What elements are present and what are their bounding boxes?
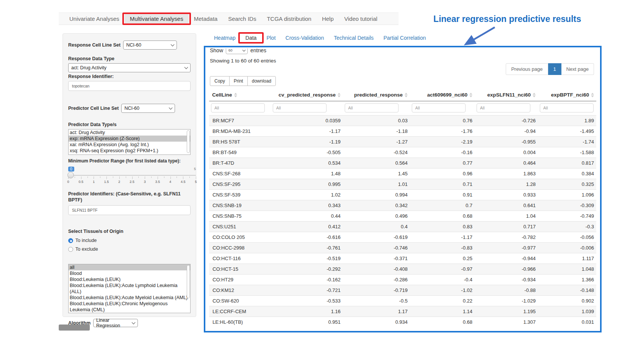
table-body: BR:MCF70.03590.030.76-0.7261.89BR:MDA-MB… [209, 115, 596, 328]
tissue-exclude-radio[interactable]: To exclude [68, 245, 191, 253]
sort-icon[interactable] [234, 93, 237, 97]
page-1-button[interactable]: 1 [548, 63, 561, 75]
cell-line-name: BR:T-47D [209, 158, 271, 169]
sort-icon[interactable] [405, 93, 408, 97]
cell-value: 0.934 [343, 317, 410, 328]
column-header-cv-predicted-response[interactable]: cv_predicted_response [271, 89, 343, 101]
filter-act609699-nci60[interactable] [412, 103, 466, 112]
column-header-cellline[interactable]: CellLine [209, 89, 271, 101]
cell-line-name: CO:COLO 205 [209, 232, 271, 243]
tissue-include-radio[interactable]: To include [68, 237, 191, 244]
cropped-ui-element [59, 325, 90, 331]
cell-value: -0.88 [475, 285, 538, 296]
cell-value: 0.44 [271, 211, 343, 222]
predictor-identifiers-input[interactable] [68, 205, 191, 215]
column-header-expslfn11-nci60[interactable]: expSLFN11_nci60 [475, 89, 538, 101]
data-type-option-act-drug-activity[interactable]: act: Drug Activity [69, 130, 190, 136]
sort-icon[interactable] [338, 93, 341, 97]
nav-item-univariate-analyses[interactable]: Univariate Analyses [64, 13, 125, 25]
cell-value: -1.029 [475, 296, 538, 306]
annotation-arrow-icon [461, 25, 499, 47]
chevron-down-icon [242, 48, 245, 51]
tissue-option-blood-leukemia-leuk-acute-lymphoid-leukemia-all[interactable]: Blood:Leukemia (LEUK):Acute Lymphoid Leu… [69, 282, 190, 295]
scrollbar-thumb[interactable] [187, 265, 190, 298]
cell-value: -0.616 [271, 232, 343, 243]
scrollbar-thumb[interactable] [187, 130, 190, 153]
response-identifier-input[interactable] [68, 81, 191, 91]
response-data-type-value: act: Drug Activity [71, 65, 106, 70]
previous-page-button[interactable]: Previous page [506, 63, 548, 75]
response-cell-line-set-select[interactable]: NCI-60 [123, 41, 177, 50]
cell-line-name: CO:KM12 [209, 285, 271, 296]
cell-value: -0.83 [410, 243, 475, 253]
nav-item-search-ids[interactable]: Search IDs [223, 13, 261, 25]
tab-partial-correlation[interactable]: Partial Correlation [378, 33, 431, 42]
response-identifier-label: Response Identifier: [68, 74, 191, 79]
column-header-label: act609699_nci60 [427, 92, 467, 98]
tab-plot[interactable]: Plot [261, 33, 280, 42]
filter-expslfn11-nci60[interactable] [477, 103, 530, 112]
column-header-expbptf-nci60[interactable]: expBPTF_nci60 [538, 89, 596, 101]
tissue-option-all[interactable]: all [69, 264, 190, 270]
tissue-option-blood[interactable]: Blood [69, 270, 190, 276]
results-panel: Show 60 entries Showing 1 to 60 of 60 en… [204, 46, 602, 332]
tissue-option-blood-leukemia-leuk-chronic-myelogenous-leukemia-cml[interactable]: Blood:Leukemia (LEUK):Chronic Myelogenou… [69, 301, 190, 313]
predictor-cell-line-set-label: Predictor Cell Line Set [68, 106, 119, 111]
data-type-option-xai-mrna-expression-avg-log2-int[interactable]: xai: mRNA Expression (Avg. log2 Int.) [69, 142, 190, 148]
cell-value: 1.89 [538, 115, 596, 126]
predictor-cell-line-set-select[interactable]: NCI-60 [121, 104, 175, 113]
slider-track[interactable] [68, 175, 196, 176]
filter-cv-predicted-response[interactable] [273, 103, 327, 112]
copy-button[interactable]: Copy [210, 76, 230, 86]
nav-item-help[interactable]: Help [317, 13, 339, 25]
tab-cross-validation[interactable]: Cross-Validation [281, 33, 329, 42]
sort-icon[interactable] [469, 93, 472, 97]
tab-technical-details[interactable]: Technical Details [329, 33, 378, 42]
slider-tick-label: 4 [169, 180, 171, 184]
data-type-option-xsq-rna-seq-expression-log2-fpkm-1[interactable]: xsq: RNA-seq Expression (log2 FPKM+1.) [69, 148, 190, 154]
nav-item-video-tutorial[interactable]: Video tutorial [339, 13, 383, 25]
column-header-predicted-response[interactable]: predicted_response [343, 89, 410, 101]
sort-icon[interactable] [591, 93, 594, 97]
tab-heatmap[interactable]: Heatmap [209, 33, 241, 42]
cell-value: 0.25 [410, 253, 475, 264]
table-row: CNS:SF-2950.9951.010.711.280.325 [209, 179, 596, 190]
sort-asc-icon [533, 93, 536, 95]
cell-value: 1.048 [538, 264, 596, 275]
slider-tick [132, 176, 133, 179]
data-type-option-exp-mrna-expression-z-score[interactable]: exp: mRNA Expression (Z-Score) [69, 136, 190, 142]
table-row: CNS:SF-2681.481.450.961.8630.384 [209, 169, 596, 179]
cell-value: 1.863 [475, 169, 538, 179]
nav-item-tcga-distribution[interactable]: TCGA distribution [261, 13, 317, 25]
predictor-identifiers-label: Predictor Identifiers: (Case-Sensitive, … [68, 191, 189, 203]
cell-line-name: CNS:SNB-75 [209, 211, 271, 222]
slider-tick [158, 176, 158, 179]
cell-value: -0.148 [538, 285, 596, 296]
filter-cellline[interactable] [211, 103, 265, 112]
print-button[interactable]: Print [229, 76, 248, 86]
filter-predicted-response[interactable] [345, 103, 399, 112]
nav-item-multivariate-analyses[interactable]: Multivariate Analyses [125, 13, 189, 25]
slider-tick-label: 4.5 [181, 180, 186, 184]
table-row: CO:HCT-15-0.292-0.408-0.97-0.9661.048 [209, 264, 596, 275]
download-button[interactable]: download [247, 76, 276, 86]
filter-expbptf-nci60[interactable] [540, 103, 594, 112]
cell-line-name: BR:MDA-MB-231 [209, 126, 271, 137]
response-data-type-select[interactable]: act: Drug Activity [68, 63, 191, 72]
tissue-option-blood-leukemia-leuk-acute-myeloid-leukemia-aml[interactable]: Blood:Leukemia (LEUK):Acute Myeloid Leuk… [69, 295, 190, 301]
next-page-button[interactable]: Next page [561, 63, 594, 75]
cell-value: 0.995 [271, 179, 343, 190]
nav-item-metadata[interactable]: Metadata [189, 13, 223, 25]
slider-tick [94, 176, 94, 179]
table-row: CNS:SNB-190.3430.3420.70.641-0.309 [209, 200, 596, 211]
tissue-option-blood-leukemia-leuk[interactable]: Blood:Leukemia (LEUK) [69, 276, 190, 282]
chevron-down-icon [184, 66, 188, 69]
column-header-act609699-nci60[interactable]: act609699_nci60 [410, 89, 475, 101]
cell-value: 1.45 [343, 169, 410, 179]
slider-tick [106, 176, 107, 179]
cell-value: 1.039 [538, 306, 596, 317]
algorithm-select[interactable]: Linear Regression [93, 319, 138, 327]
page-length-select[interactable]: 60 [226, 46, 248, 54]
sort-icon[interactable] [533, 93, 536, 97]
tab-data[interactable]: Data [241, 33, 262, 42]
